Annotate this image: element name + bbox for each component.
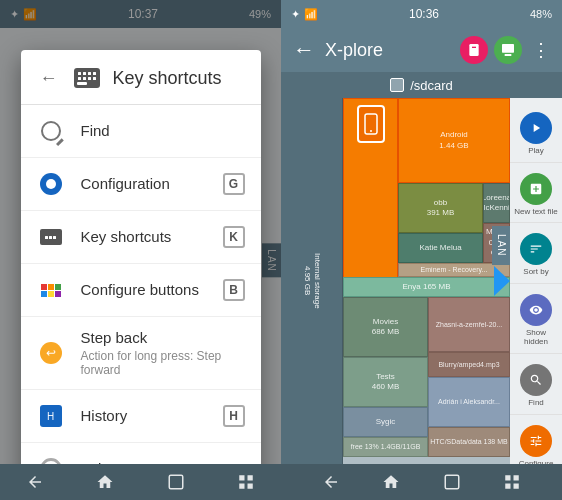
tests-block[interactable]: Tests460 MB [343, 357, 428, 407]
obb-label: obb391 MB [427, 198, 455, 219]
step-back-icon: ↩ [37, 339, 65, 367]
eminem-block[interactable]: Eminem - Recovery... [398, 263, 510, 277]
nav-back-left[interactable] [23, 470, 47, 494]
menu-item-find[interactable]: Find [21, 105, 261, 157]
config-key-badge: G [223, 173, 245, 195]
nav-recent-left[interactable] [164, 470, 188, 494]
sort-icon [520, 233, 552, 265]
config-icon [37, 170, 65, 198]
sdcard-header: /sdcard [281, 72, 562, 98]
configure-btn-label-container: Configure buttons [81, 281, 223, 299]
right-sidebar: Play New text file Sort by Show hidden [510, 98, 562, 464]
svg-rect-0 [169, 475, 183, 489]
svg-rect-8 [505, 54, 512, 56]
sidebar-show-hidden[interactable]: Show hidden [510, 288, 562, 354]
svg-rect-5 [469, 44, 478, 56]
xplore-back-button[interactable]: ← [289, 33, 319, 67]
right-wifi-icon: 📶 [304, 8, 318, 21]
toolbar-icon-green[interactable] [494, 36, 522, 64]
right-nav-bar [281, 464, 562, 500]
nav-apps-left[interactable] [234, 470, 258, 494]
history-label-container: History [81, 407, 223, 425]
phone-block[interactable] [343, 98, 398, 278]
android-block[interactable]: Android1.44 GB [398, 98, 510, 183]
menu-item-configure-buttons[interactable]: Configure buttons B [21, 264, 261, 316]
new-text-file-label: New text file [514, 207, 558, 217]
sidebar-configure-icon [520, 425, 552, 457]
shortcuts-label-container: Key shortcuts [81, 228, 223, 246]
sidebar-sort-by[interactable]: Sort by [510, 227, 562, 284]
xplore-toolbar: ← X-plore ⋮ [281, 28, 562, 72]
sdcard-icon [390, 78, 404, 92]
left-nav-bar [0, 464, 281, 500]
menu-item-key-shortcuts[interactable]: Key shortcuts K [21, 211, 261, 263]
right-battery: 48% [530, 8, 552, 20]
grid-icon [41, 284, 61, 297]
free-block[interactable]: free 13% 1.4GB/11GB [343, 437, 428, 457]
nav-apps-right[interactable] [500, 470, 524, 494]
key-shortcuts-dialog: ← Key shortcuts [21, 50, 261, 500]
sidebar-find[interactable]: Find [510, 358, 562, 415]
keyboard-icon [74, 68, 100, 88]
dialog-back-button[interactable]: ← [37, 66, 61, 90]
file-browser-area: Internal storage4.95 GB Android1.44 GB o… [281, 98, 562, 464]
sidebar-find-label: Find [528, 398, 544, 408]
zhasni-block[interactable]: Zhasni-a-zemřel-20... [428, 297, 510, 352]
dialog-title: Key shortcuts [113, 68, 222, 89]
find-label: Find [81, 122, 110, 139]
svg-rect-14 [505, 484, 510, 489]
toolbar-icon-pink[interactable] [460, 36, 488, 64]
movies-label: Movies686 MB [372, 317, 400, 338]
treemap-area: Internal storage4.95 GB Android1.44 GB o… [281, 98, 510, 464]
loreena-label: Loreena McKennitt [483, 193, 510, 214]
htc-block[interactable]: HTC/SData/data 138 MB [428, 427, 510, 457]
katie-block[interactable]: Katie Melua [398, 233, 483, 263]
configure-btn-icon [37, 276, 65, 304]
loreena-block[interactable]: Loreena McKennitt [483, 183, 510, 223]
configure-btn-label: Configure buttons [81, 281, 199, 298]
sidebar-new-text-file[interactable]: New text file [510, 167, 562, 224]
svg-point-10 [370, 130, 372, 132]
sidebar-play[interactable]: Play [510, 106, 562, 163]
sort-by-label: Sort by [523, 267, 548, 277]
nav-recent-right[interactable] [440, 470, 464, 494]
svg-rect-1 [239, 475, 244, 480]
show-hidden-icon [520, 294, 552, 326]
sygic-block[interactable]: Sygic [343, 407, 428, 437]
right-time: 10:36 [409, 7, 439, 21]
svg-rect-12 [505, 475, 510, 480]
keyboard-sm-icon [40, 229, 62, 245]
zhasni-label: Zhasni-a-zemřel-20... [436, 320, 503, 329]
nav-back-right[interactable] [319, 470, 343, 494]
lan-tab[interactable]: LAN [492, 226, 510, 264]
blurry-block[interactable]: Blurry/amped4.mp3 [428, 352, 510, 377]
htc-label: HTC/SData/data 138 MB [430, 437, 507, 446]
config-label-container: Configuration [81, 175, 223, 193]
svg-rect-15 [513, 484, 518, 489]
nav-home-right[interactable] [379, 470, 403, 494]
show-hidden-label: Show hidden [514, 328, 558, 347]
svg-rect-2 [247, 475, 252, 480]
menu-item-history[interactable]: H History H [21, 390, 261, 442]
history-icon: H [40, 405, 62, 427]
internal-storage-block[interactable]: Internal storage4.95 GB [281, 98, 343, 464]
history-key-badge: H [223, 405, 245, 427]
more-options-button[interactable]: ⋮ [528, 35, 554, 65]
sidebar-configure-buttons[interactable]: Configure buttons [510, 419, 562, 464]
adrian-block[interactable]: Adrián i Aleksandr... [428, 377, 510, 427]
menu-item-configuration[interactable]: Configuration G [21, 158, 261, 210]
obb-block[interactable]: obb391 MB [398, 183, 483, 233]
svg-rect-3 [239, 484, 244, 489]
shortcuts-icon [37, 223, 65, 251]
menu-item-step-back[interactable]: ↩ Step back Action for long press: Step … [21, 317, 261, 389]
right-bluetooth-icon: ✦ [291, 8, 300, 21]
movies-block[interactable]: Movies686 MB [343, 297, 428, 357]
enya-label: Enya 165 MB [402, 282, 450, 292]
nav-home-left[interactable] [93, 470, 117, 494]
enya-block[interactable]: Enya 165 MB [343, 277, 510, 297]
history-label: History [81, 407, 128, 424]
status-bar-right: ✦ 📶 10:36 48% [281, 0, 562, 28]
adrian-label: Adrián i Aleksandr... [438, 397, 500, 406]
step-back-sublabel: Action for long press: Step forward [81, 349, 245, 377]
step-back-label-container: Step back Action for long press: Step fo… [81, 329, 245, 377]
